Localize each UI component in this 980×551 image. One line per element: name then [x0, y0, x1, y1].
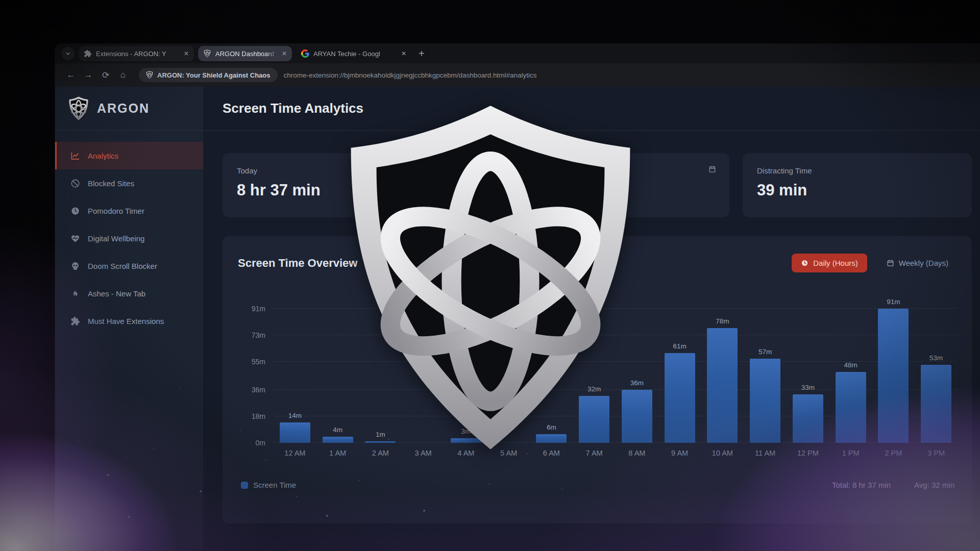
x-axis-label: 10 AM	[701, 449, 744, 457]
bar-column[interactable]: 14m	[274, 412, 316, 443]
y-axis: 0m18m36m55m73m91m	[238, 294, 274, 443]
home-icon[interactable]: ⌂	[115, 67, 131, 83]
argon-shield-icon	[146, 71, 153, 79]
legend-label: Screen Time	[253, 481, 296, 489]
bar	[707, 328, 738, 443]
stat-value: 39 min	[757, 181, 958, 199]
back-icon[interactable]: ←	[63, 67, 79, 83]
bar-value-label: 48m	[844, 361, 857, 369]
close-icon[interactable]: ✕	[184, 50, 189, 57]
sidebar-item-doom-scroll-blocker[interactable]: Doom Scroll Blocker	[55, 252, 203, 280]
brand-name: ARGON	[97, 101, 150, 116]
argon-shield-watermark	[340, 101, 641, 454]
tab-argon-dashboard[interactable]: ARGON Dashboard ✕	[198, 46, 292, 61]
sidebar-item-blocked-sites[interactable]: Blocked Sites	[55, 169, 203, 197]
clock-icon	[801, 259, 808, 267]
sidebar-nav: Analytics Blocked Sites Pomodoro Timer D…	[55, 131, 203, 335]
bar-column[interactable]: 61m	[658, 342, 701, 443]
extension-badge[interactable]: ARGON: Your Shield Against Chaos	[139, 68, 278, 82]
bar	[793, 394, 823, 443]
weekly-button-label: Weekly (Days)	[899, 259, 948, 267]
skull-icon	[70, 261, 80, 271]
weekly-days-button[interactable]: Weekly (Days)	[877, 254, 958, 272]
x-axis-label: 1 PM	[829, 449, 872, 457]
flame-icon	[70, 289, 80, 298]
avg-label: Avg: 32 min	[914, 481, 954, 489]
daily-button-label: Daily (Hours)	[813, 259, 858, 267]
x-axis-label: 12 AM	[274, 449, 316, 457]
bar-value-label: 78m	[716, 317, 729, 325]
total-label: Total: 8 hr 37 min	[832, 481, 891, 489]
reload-icon[interactable]: ⟳	[98, 67, 113, 83]
x-axis-label: 12 PM	[787, 449, 829, 457]
sidebar-item-label: Analytics	[88, 152, 118, 160]
puzzle-icon	[70, 316, 80, 326]
sidebar-item-analytics[interactable]: Analytics	[55, 142, 203, 169]
sidebar-item-must-have-extensions[interactable]: Must Have Extensions	[55, 307, 203, 335]
new-tab-button[interactable]: +	[419, 48, 425, 60]
x-axis-label: 9 AM	[658, 449, 701, 457]
y-axis-label: 73m	[252, 331, 265, 339]
bar-value-label: 91m	[887, 298, 900, 306]
chart-range-toggle: Daily (Hours) Weekly (Days)	[792, 254, 958, 272]
argon-logo-icon	[68, 96, 89, 120]
desktop-background: Extensions - ARGON: Y ✕ ARGON Dashboard …	[0, 0, 980, 551]
legend-swatch	[241, 482, 248, 489]
bar-value-label: 33m	[801, 384, 815, 391]
bar-column[interactable]: 53m	[915, 354, 958, 443]
bar-column[interactable]: 91m	[872, 298, 915, 443]
bar-column[interactable]: 33m	[787, 384, 829, 443]
sidebar-item-pomodoro-timer[interactable]: Pomodoro Timer	[55, 197, 203, 224]
stat-label: Distracting Time	[757, 166, 958, 175]
sidebar-header: ARGON	[55, 87, 203, 131]
sidebar-item-ashes-new-tab[interactable]: Ashes - New Tab	[55, 280, 203, 307]
bar-value-label: 53m	[929, 354, 943, 362]
bar-value-label: 61m	[673, 342, 686, 350]
browser-toolbar: ← → ⟳ ⌂ ARGON: Your Shield Against Chaos…	[55, 63, 980, 87]
chart-totals: Total: 8 hr 37 min Avg: 32 min	[832, 481, 954, 489]
sidebar-item-label: Doom Scroll Blocker	[88, 262, 157, 270]
stat-card-distracting-time: Distracting Time 39 min	[743, 153, 972, 217]
block-icon	[70, 179, 80, 188]
y-axis-label: 91m	[252, 305, 265, 313]
sidebar: ARGON Analytics Blocked Sites Pomodoro T…	[55, 87, 203, 551]
chart-line-icon	[70, 151, 80, 161]
bar	[878, 309, 909, 443]
bar	[280, 422, 310, 443]
puzzle-icon	[84, 49, 92, 58]
tab-bar: Extensions - ARGON: Y ✕ ARGON Dashboard …	[55, 44, 980, 63]
bar-column[interactable]: 57m	[744, 348, 787, 443]
star-particles	[0, 0, 1, 1]
y-axis-label: 0m	[256, 439, 265, 447]
close-icon[interactable]: ✕	[401, 50, 406, 57]
bar-column[interactable]: 48m	[829, 361, 872, 443]
sidebar-item-label: Pomodoro Timer	[88, 207, 144, 215]
sidebar-item-label: Digital Wellbeing	[88, 234, 144, 243]
sidebar-item-label: Must Have Extensions	[88, 317, 164, 325]
tab-extensions[interactable]: Extensions - ARGON: Y ✕	[79, 46, 194, 61]
y-axis-label: 36m	[252, 386, 265, 394]
tab-label: Extensions - ARGON: Y	[96, 50, 180, 58]
address-url[interactable]: chrome-extension://bjmbnoekaholdkjgjnegj…	[284, 71, 537, 79]
extension-badge-label: ARGON: Your Shield Against Chaos	[157, 71, 271, 79]
heart-pulse-icon	[70, 234, 80, 243]
sidebar-item-digital-wellbeing[interactable]: Digital Wellbeing	[55, 224, 203, 252]
sidebar-item-label: Ashes - New Tab	[88, 289, 145, 298]
argon-shield-icon	[203, 49, 211, 58]
close-icon[interactable]: ✕	[282, 50, 287, 57]
sidebar-item-label: Blocked Sites	[88, 179, 134, 188]
tab-label: ARGON Dashboard	[215, 50, 278, 58]
y-axis-label: 18m	[252, 412, 265, 420]
tab-search-button[interactable]	[61, 47, 75, 60]
bar	[750, 359, 780, 443]
google-icon	[301, 49, 309, 58]
chart-footer: Screen Time Total: 8 hr 37 min Avg: 32 m…	[238, 481, 958, 489]
x-axis-label: 2 PM	[872, 449, 915, 457]
legend-screen-time[interactable]: Screen Time	[241, 481, 296, 489]
daily-hours-button[interactable]: Daily (Hours)	[792, 254, 867, 272]
chevron-down-icon	[64, 50, 71, 57]
bar-value-label: 14m	[288, 412, 302, 419]
tab-aryan-techie[interactable]: ARYAN Techie - Googl ✕	[296, 46, 411, 61]
forward-icon[interactable]: →	[81, 67, 96, 83]
bar-column[interactable]: 78m	[701, 317, 744, 443]
